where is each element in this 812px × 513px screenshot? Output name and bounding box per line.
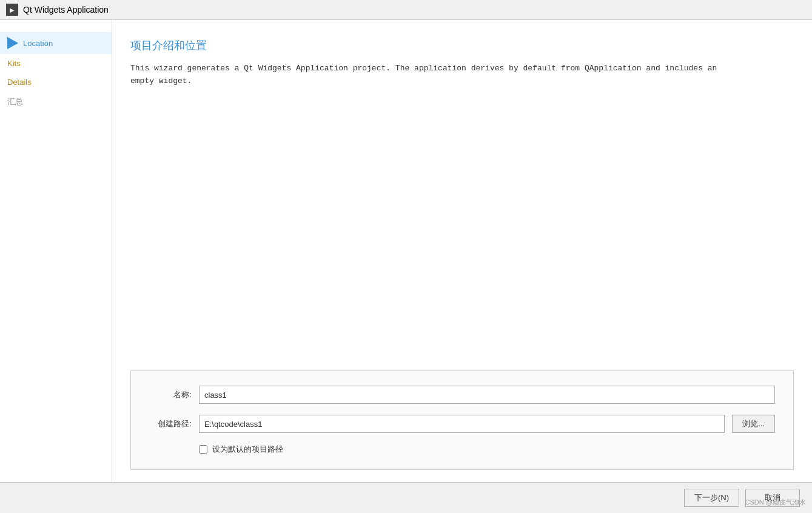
content-area: 项目介绍和位置 This wizard generates a Qt Widge… <box>112 20 812 482</box>
path-input[interactable] <box>199 415 725 433</box>
description-line: This wizard generates a Qt Widgets Appli… <box>130 64 717 86</box>
next-button[interactable]: 下一步(N) <box>684 489 739 507</box>
watermark: CSDN @顽皮气泡水 <box>745 498 806 507</box>
browse-button[interactable]: 浏览... <box>732 415 775 433</box>
sidebar-item-details[interactable]: Details <box>0 73 112 92</box>
path-row: 创建路径: 浏览... <box>149 415 775 433</box>
app-icon: ▶ <box>6 4 18 16</box>
sidebar-item-kits[interactable]: Kits <box>0 54 112 73</box>
dialog: Location Kits Details 汇总 项目介绍和位置 This wi… <box>0 20 812 513</box>
name-label: 名称: <box>149 389 192 400</box>
checkbox-row: 设为默认的项目路径 <box>199 444 775 455</box>
description-text: This wizard generates a Qt Widgets Appli… <box>130 62 794 88</box>
sidebar-item-location[interactable]: Location <box>0 32 112 54</box>
title-bar: ▶ Qt Widgets Application <box>0 0 812 20</box>
title-bar-text: Qt Widgets Application <box>23 5 109 15</box>
sidebar-item-label-summary: 汇总 <box>7 96 23 107</box>
sidebar-item-label-details: Details <box>7 78 32 87</box>
form-container: 名称: 创建路径: 浏览... 设为默认的项目路径 <box>130 370 794 470</box>
default-path-checkbox[interactable] <box>199 445 207 454</box>
checkbox-label: 设为默认的项目路径 <box>212 444 283 455</box>
arrow-icon <box>7 37 18 49</box>
sidebar-item-label-kits: Kits <box>7 59 21 68</box>
button-bar: 下一步(N) 取消 <box>0 482 812 513</box>
name-row: 名称: <box>149 386 775 404</box>
name-input[interactable] <box>199 386 775 404</box>
sidebar-item-summary[interactable]: 汇总 <box>0 92 112 112</box>
path-label: 创建路径: <box>149 418 192 429</box>
sidebar-item-label-location: Location <box>23 39 53 48</box>
sidebar: Location Kits Details 汇总 <box>0 20 112 482</box>
section-title: 项目介绍和位置 <box>130 38 794 53</box>
dialog-inner: Location Kits Details 汇总 项目介绍和位置 This wi… <box>0 20 812 482</box>
